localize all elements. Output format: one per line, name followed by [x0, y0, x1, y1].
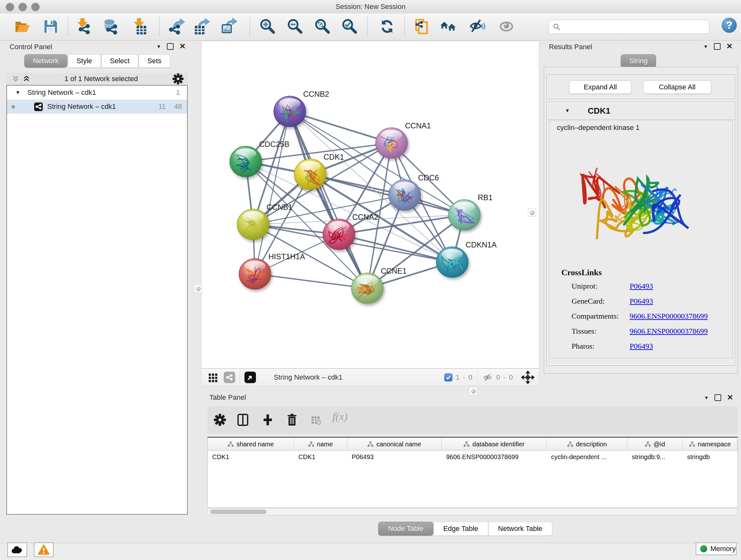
zoom-in-icon[interactable]: [259, 18, 276, 35]
table-panel-float-icon[interactable]: [715, 394, 721, 401]
column-header-canonical-name[interactable]: canonical name: [347, 438, 442, 450]
collapse-all-icon[interactable]: [11, 75, 20, 83]
table-cell[interactable]: stringdb:9...: [627, 451, 683, 463]
network-node-CDKN1A[interactable]: [436, 247, 468, 277]
zoom-fit-icon[interactable]: [314, 18, 331, 35]
tab-node-table[interactable]: Node Table: [378, 522, 433, 536]
show-all-icon[interactable]: [498, 18, 515, 35]
grid-view-icon[interactable]: [208, 372, 219, 383]
results-panel-close-icon[interactable]: ✕: [726, 43, 733, 50]
first-neighbors-icon[interactable]: [440, 18, 457, 35]
network-row-selected[interactable]: String Network – cdk1 11 48: [7, 100, 187, 114]
cloud-button[interactable]: [7, 543, 27, 557]
collection-expand-icon[interactable]: ▼: [15, 90, 20, 96]
crosslink-link[interactable]: P06493: [630, 297, 653, 306]
column-header--id[interactable]: @id: [627, 438, 683, 450]
column-header-database-identifier[interactable]: database identifier: [442, 438, 547, 450]
crosslink-link[interactable]: P06493: [630, 282, 653, 291]
memory-button[interactable]: Memory: [696, 543, 737, 555]
control-panel-close-icon[interactable]: ✕: [179, 43, 186, 50]
network-node-CCNB1[interactable]: [237, 209, 269, 240]
table-cell[interactable]: P06493: [347, 451, 442, 463]
table-horizontal-scrollbar[interactable]: [207, 508, 738, 515]
table-settings-gear-icon[interactable]: [212, 413, 227, 427]
select-columns-icon[interactable]: [235, 413, 250, 427]
tab-sets[interactable]: Sets: [139, 54, 170, 68]
string-view-icon[interactable]: [224, 372, 235, 383]
birdseye-view-icon[interactable]: [245, 372, 256, 383]
expand-all-button[interactable]: Expand All: [569, 80, 631, 94]
network-node-CCNA1[interactable]: [376, 128, 408, 159]
network-edge-HIST1H1A-CCNE1[interactable]: [255, 274, 367, 288]
warnings-button[interactable]: [34, 543, 54, 557]
column-header-description[interactable]: description: [547, 438, 627, 450]
table-cell[interactable]: CDK1: [208, 451, 294, 463]
tab-string[interactable]: String: [621, 54, 656, 68]
function-builder-icon: f(x): [333, 411, 347, 425]
open-session-icon[interactable]: [13, 18, 30, 35]
tab-select[interactable]: Select: [102, 54, 138, 68]
zoom-selected-icon[interactable]: [341, 18, 358, 35]
export-table-icon[interactable]: [193, 18, 210, 35]
network-node-CDC25B[interactable]: [230, 146, 262, 177]
network-edge-CCNB2-CCNE1[interactable]: [290, 111, 367, 288]
network-options-gear-icon[interactable]: [172, 72, 185, 85]
table-cell[interactable]: stringdb: [683, 451, 738, 463]
results-panel-menu-icon[interactable]: ▼: [703, 44, 708, 49]
refresh-view-icon[interactable]: [379, 18, 396, 35]
crosslink-link[interactable]: 9606.ENSP00000378699: [630, 327, 708, 335]
import-network-file-icon[interactable]: [77, 18, 94, 35]
gene-collapse-icon[interactable]: ▼: [565, 108, 570, 114]
tab-network-table[interactable]: Network Table: [488, 522, 552, 536]
table-body: CDK1CDK1P064939606.ENSP00000378699cyclin…: [208, 451, 738, 463]
expand-all-icon[interactable]: [22, 75, 30, 83]
network-node-RB1[interactable]: [448, 199, 480, 230]
network-node-CCNB2[interactable]: [274, 96, 306, 127]
results-panel-float-icon[interactable]: [714, 43, 721, 50]
table-panel-menu-icon[interactable]: ▼: [704, 395, 709, 400]
crosslink-link[interactable]: 9606.ENSP00000378699: [630, 312, 708, 320]
scrollbar-thumb[interactable]: [210, 509, 266, 514]
table-cell[interactable]: cyclin-dependent ...: [547, 451, 627, 463]
delete-column-icon[interactable]: [285, 413, 299, 427]
network-node-CCNE1[interactable]: [351, 273, 383, 304]
network-node-CDK1[interactable]: [294, 159, 326, 190]
import-table-file-icon[interactable]: [132, 18, 149, 35]
export-network-icon[interactable]: [169, 18, 186, 35]
network-node-CCNA2[interactable]: [323, 219, 355, 250]
right-splitter-handle[interactable]: [528, 208, 536, 217]
collapse-all-button[interactable]: Collapse All: [643, 80, 711, 94]
column-header-namespace[interactable]: namespace: [683, 438, 738, 450]
clone-network-icon[interactable]: [414, 18, 431, 35]
network-node-CDC6[interactable]: [389, 180, 421, 210]
table-cell[interactable]: 9606.ENSP00000378699: [442, 451, 547, 463]
network-node-HIST1H1A[interactable]: [239, 259, 271, 289]
zoom-out-icon[interactable]: [286, 18, 304, 35]
table-cell[interactable]: CDK1: [294, 451, 347, 463]
pan-crosshair-icon[interactable]: [521, 371, 535, 384]
left-splitter-handle[interactable]: [194, 285, 202, 293]
network-collection-row[interactable]: ▼ String Network – cdk1 1: [7, 85, 187, 100]
help-icon[interactable]: ?: [721, 17, 738, 34]
export-image-icon[interactable]: [220, 18, 238, 35]
save-session-icon[interactable]: [42, 18, 59, 35]
search-input[interactable]: [563, 21, 709, 33]
network-canvas[interactable]: CCNB2CCNA1CDC25BCDK1CDC6RB1CCNB1CCNA2CDK…: [201, 41, 539, 368]
selection-checkbox[interactable]: [444, 373, 453, 381]
tab-style[interactable]: Style: [68, 54, 101, 68]
hide-selected-icon[interactable]: [468, 18, 486, 35]
search-field[interactable]: [549, 20, 710, 34]
tab-network[interactable]: Network: [24, 54, 67, 68]
tab-edge-table[interactable]: Edge Table: [433, 522, 488, 536]
crosslink-link[interactable]: P06493: [630, 342, 653, 351]
table-row[interactable]: CDK1CDK1P064939606.ENSP00000378699cyclin…: [208, 451, 738, 463]
control-panel-float-icon[interactable]: [167, 43, 174, 50]
table-panel-close-icon[interactable]: ✕: [727, 394, 733, 401]
control-panel-menu-icon[interactable]: ▼: [156, 44, 161, 49]
column-header-shared-name[interactable]: shared name: [208, 438, 294, 450]
add-column-icon[interactable]: [260, 413, 275, 427]
column-header-name[interactable]: name: [294, 438, 347, 450]
network-node-label: CCNA2: [352, 212, 378, 221]
network-node-label: CDK1: [324, 152, 344, 161]
import-network-database-icon[interactable]: [102, 18, 119, 35]
